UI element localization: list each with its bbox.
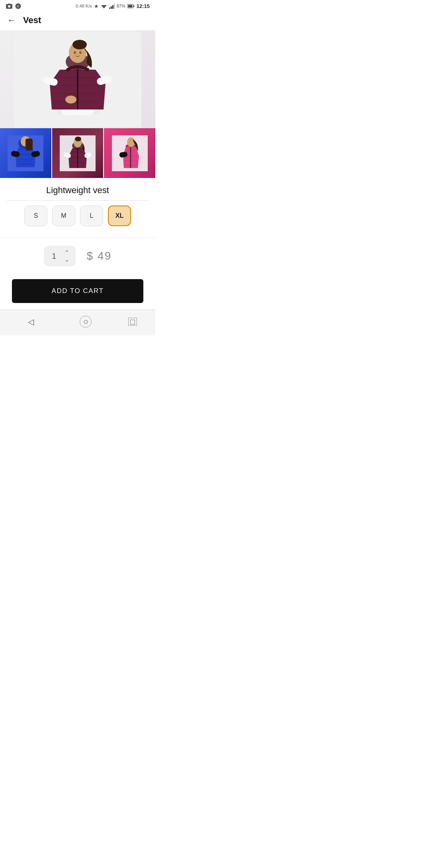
thumb-pink-svg [112, 135, 148, 171]
svg-point-27 [65, 96, 76, 104]
product-info: Lightweight vest S M L XL [0, 178, 155, 237]
page-title: Vest [23, 15, 41, 25]
product-name: Lightweight vest [6, 185, 149, 195]
price-display: $ 49 [87, 250, 112, 262]
quantity-value: 1 [50, 252, 58, 261]
svg-point-29 [79, 51, 82, 54]
svg-rect-10 [114, 4, 115, 9]
svg-rect-2 [8, 4, 10, 4]
svg-point-47 [75, 137, 81, 141]
svg-rect-9 [112, 5, 113, 9]
status-time: 12:15 [137, 3, 150, 9]
add-to-cart-button[interactable]: ADD TO CART [12, 279, 143, 303]
phone-icon: ✆ [15, 3, 21, 9]
thumb-blue-svg [8, 135, 43, 171]
size-xl-button[interactable]: XL [108, 205, 131, 226]
thumbnail-blue-vest[interactable] [0, 128, 51, 178]
nav-recent-button[interactable]: □ [128, 318, 137, 326]
svg-rect-13 [128, 5, 132, 7]
thumbnail-maroon-vest[interactable] [52, 128, 104, 178]
wifi-icon [101, 4, 107, 9]
thumbnail-pink-vest[interactable] [104, 128, 155, 178]
status-bar: ✆ 0.48 K/s ★ 87% 12:15 [0, 0, 155, 11]
svg-point-28 [74, 51, 76, 54]
back-button[interactable]: ← [5, 14, 18, 26]
svg-rect-37 [25, 139, 33, 151]
quantity-down-button[interactable]: ⌄ [65, 257, 69, 262]
svg-point-24 [72, 40, 87, 49]
nav-home-button[interactable]: ○ [80, 316, 92, 328]
bottom-navigation: ◁ ○ □ [0, 309, 155, 335]
bluetooth-icon: ★ [94, 3, 99, 9]
main-product-image [0, 31, 155, 128]
quantity-price-area: 1 ⌃ ⌄ $ 49 [0, 237, 155, 274]
size-selector: S M L XL [6, 205, 149, 226]
svg-rect-8 [111, 6, 112, 9]
quantity-up-button[interactable]: ⌃ [65, 250, 69, 255]
svg-rect-7 [109, 8, 110, 9]
quantity-arrows: ⌃ ⌄ [65, 250, 69, 262]
network-speed: 0.48 K/s [76, 4, 92, 8]
status-icons-right: 0.48 K/s ★ 87% 12:15 [76, 3, 150, 9]
photo-icon [6, 3, 13, 9]
main-vest-svg [14, 32, 141, 127]
size-m-button[interactable]: M [52, 205, 75, 226]
quantity-control: 1 ⌃ ⌄ [44, 246, 76, 266]
svg-rect-12 [133, 5, 134, 7]
svg-marker-6 [102, 6, 106, 8]
size-s-button[interactable]: S [24, 205, 47, 226]
battery-icon [127, 4, 135, 8]
battery-percent: 87% [117, 4, 125, 8]
nav-back-button[interactable]: ◁ [18, 315, 43, 329]
signal-icon [109, 4, 115, 9]
status-icons-left: ✆ [6, 3, 21, 9]
app-bar: ← Vest [0, 11, 155, 31]
thumbnail-row [0, 128, 155, 178]
divider-1 [6, 200, 149, 201]
svg-point-56 [127, 137, 135, 147]
size-l-button[interactable]: L [80, 205, 103, 226]
svg-text:✆: ✆ [17, 5, 20, 8]
add-to-cart-area: ADD TO CART [0, 274, 155, 309]
svg-point-1 [8, 5, 10, 8]
thumb-maroon-svg [60, 135, 96, 171]
